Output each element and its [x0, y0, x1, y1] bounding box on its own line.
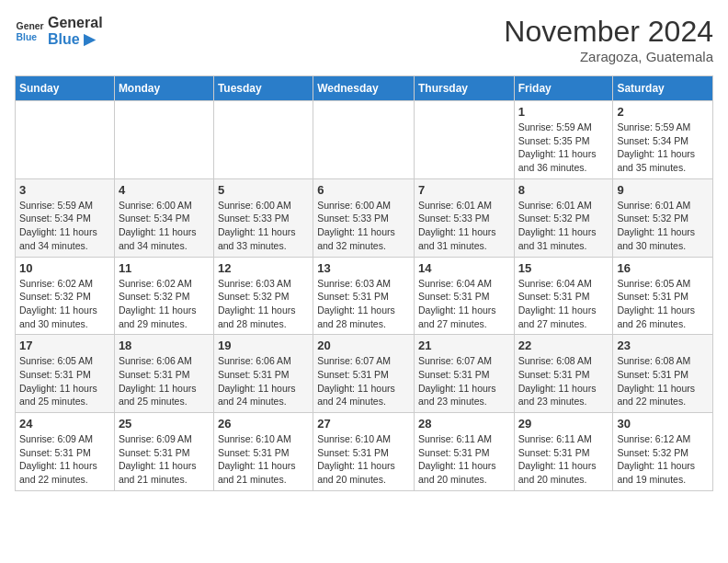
day-number: 17: [19, 339, 110, 352]
day-cell: 26Sunrise: 6:10 AMSunset: 5:31 PMDayligh…: [213, 413, 313, 491]
day-cell: 20Sunrise: 6:07 AMSunset: 5:31 PMDayligh…: [313, 335, 415, 413]
day-info: Sunrise: 5:59 AMSunset: 5:34 PMDaylight:…: [19, 199, 110, 253]
week-row-0: 1Sunrise: 5:59 AMSunset: 5:35 PMDaylight…: [16, 101, 713, 179]
day-number: 21: [418, 339, 510, 352]
day-info: Sunrise: 6:07 AMSunset: 5:31 PMDaylight:…: [317, 354, 410, 408]
day-info: Sunrise: 6:12 AMSunset: 5:32 PMDaylight:…: [617, 432, 709, 487]
day-cell: 1Sunrise: 5:59 AMSunset: 5:35 PMDaylight…: [514, 101, 613, 179]
day-cell: 11Sunrise: 6:02 AMSunset: 5:32 PMDayligh…: [114, 257, 213, 335]
header-saturday: Saturday: [613, 76, 713, 101]
day-number: 9: [617, 183, 709, 197]
day-number: 28: [418, 417, 510, 431]
week-row-1: 3Sunrise: 5:59 AMSunset: 5:34 PMDaylight…: [16, 178, 713, 257]
day-cell: [114, 101, 213, 179]
day-cell: 19Sunrise: 6:06 AMSunset: 5:31 PMDayligh…: [213, 335, 313, 413]
day-number: 11: [119, 261, 210, 275]
day-info: Sunrise: 6:06 AMSunset: 5:31 PMDaylight:…: [119, 354, 210, 408]
day-number: 25: [119, 417, 210, 431]
day-number: 5: [218, 183, 309, 197]
logo-general: General: [48, 15, 103, 31]
logo-blue: Blue ▶: [48, 31, 103, 48]
day-cell: 27Sunrise: 6:10 AMSunset: 5:31 PMDayligh…: [313, 413, 415, 491]
day-cell: 14Sunrise: 6:04 AMSunset: 5:31 PMDayligh…: [414, 257, 514, 335]
day-cell: 24Sunrise: 6:09 AMSunset: 5:31 PMDayligh…: [16, 413, 115, 491]
day-info: Sunrise: 6:04 AMSunset: 5:31 PMDaylight:…: [518, 277, 609, 331]
day-info: Sunrise: 6:01 AMSunset: 5:33 PMDaylight:…: [418, 199, 510, 253]
day-info: Sunrise: 6:05 AMSunset: 5:31 PMDaylight:…: [19, 354, 110, 408]
day-number: 23: [617, 339, 709, 352]
day-number: 6: [317, 183, 410, 197]
day-info: Sunrise: 6:08 AMSunset: 5:31 PMDaylight:…: [617, 354, 709, 408]
day-cell: 3Sunrise: 5:59 AMSunset: 5:34 PMDaylight…: [16, 178, 115, 257]
day-info: Sunrise: 6:02 AMSunset: 5:32 PMDaylight:…: [119, 277, 210, 331]
day-cell: 8Sunrise: 6:01 AMSunset: 5:32 PMDaylight…: [514, 178, 613, 257]
day-number: 20: [317, 339, 410, 352]
day-info: Sunrise: 5:59 AMSunset: 5:35 PMDaylight:…: [518, 121, 609, 175]
day-info: Sunrise: 5:59 AMSunset: 5:34 PMDaylight:…: [617, 121, 709, 175]
svg-text:Blue: Blue: [17, 31, 38, 41]
day-cell: 10Sunrise: 6:02 AMSunset: 5:32 PMDayligh…: [16, 257, 115, 335]
header-tuesday: Tuesday: [213, 76, 313, 101]
day-cell: [16, 101, 115, 179]
day-cell: 21Sunrise: 6:07 AMSunset: 5:31 PMDayligh…: [414, 335, 514, 413]
day-cell: 22Sunrise: 6:08 AMSunset: 5:31 PMDayligh…: [514, 335, 613, 413]
day-number: 27: [317, 417, 410, 431]
day-cell: 30Sunrise: 6:12 AMSunset: 5:32 PMDayligh…: [613, 413, 713, 491]
day-cell: [313, 101, 415, 179]
day-number: 12: [218, 261, 309, 275]
day-info: Sunrise: 6:11 AMSunset: 5:31 PMDaylight:…: [518, 432, 609, 487]
day-cell: [414, 101, 514, 179]
day-cell: 25Sunrise: 6:09 AMSunset: 5:31 PMDayligh…: [114, 413, 213, 491]
title-block: November 2024 Zaragoza, Guatemala: [504, 15, 713, 64]
calendar-header-row: SundayMondayTuesdayWednesdayThursdayFrid…: [16, 76, 713, 101]
day-cell: 6Sunrise: 6:00 AMSunset: 5:33 PMDaylight…: [313, 178, 415, 257]
day-number: 24: [19, 417, 110, 431]
header-thursday: Thursday: [414, 76, 514, 101]
day-info: Sunrise: 6:03 AMSunset: 5:31 PMDaylight:…: [317, 277, 410, 331]
day-number: 29: [518, 417, 609, 431]
day-cell: 29Sunrise: 6:11 AMSunset: 5:31 PMDayligh…: [514, 413, 613, 491]
week-row-4: 24Sunrise: 6:09 AMSunset: 5:31 PMDayligh…: [16, 413, 713, 491]
page-header: General Blue General Blue ▶ November 202…: [15, 15, 713, 64]
day-cell: 2Sunrise: 5:59 AMSunset: 5:34 PMDaylight…: [613, 101, 713, 179]
header-monday: Monday: [114, 76, 213, 101]
day-cell: 28Sunrise: 6:11 AMSunset: 5:31 PMDayligh…: [414, 413, 514, 491]
logo: General Blue General Blue ▶: [15, 15, 103, 47]
day-info: Sunrise: 6:03 AMSunset: 5:32 PMDaylight:…: [218, 277, 309, 331]
day-cell: 13Sunrise: 6:03 AMSunset: 5:31 PMDayligh…: [313, 257, 415, 335]
day-info: Sunrise: 6:02 AMSunset: 5:32 PMDaylight:…: [19, 277, 110, 331]
day-info: Sunrise: 6:09 AMSunset: 5:31 PMDaylight:…: [19, 432, 110, 487]
day-cell: 5Sunrise: 6:00 AMSunset: 5:33 PMDaylight…: [213, 178, 313, 257]
day-number: 8: [518, 183, 609, 197]
svg-text:General: General: [17, 21, 44, 31]
day-cell: 18Sunrise: 6:06 AMSunset: 5:31 PMDayligh…: [114, 335, 213, 413]
day-number: 19: [218, 339, 309, 352]
calendar-table: SundayMondayTuesdayWednesdayThursdayFrid…: [15, 75, 713, 491]
header-wednesday: Wednesday: [313, 76, 415, 101]
location-subtitle: Zaragoza, Guatemala: [504, 49, 713, 64]
week-row-3: 17Sunrise: 6:05 AMSunset: 5:31 PMDayligh…: [16, 335, 713, 413]
day-cell: 17Sunrise: 6:05 AMSunset: 5:31 PMDayligh…: [16, 335, 115, 413]
day-info: Sunrise: 6:00 AMSunset: 5:34 PMDaylight:…: [119, 199, 210, 253]
day-number: 26: [218, 417, 309, 431]
logo-icon: General Blue: [15, 17, 44, 46]
day-number: 4: [119, 183, 210, 197]
day-info: Sunrise: 6:10 AMSunset: 5:31 PMDaylight:…: [218, 432, 309, 487]
day-number: 15: [518, 261, 609, 275]
day-info: Sunrise: 6:01 AMSunset: 5:32 PMDaylight:…: [518, 199, 609, 253]
day-info: Sunrise: 6:07 AMSunset: 5:31 PMDaylight:…: [418, 354, 510, 408]
day-cell: 4Sunrise: 6:00 AMSunset: 5:34 PMDaylight…: [114, 178, 213, 257]
day-number: 22: [518, 339, 609, 352]
day-number: 3: [19, 183, 110, 197]
month-title: November 2024: [504, 15, 713, 49]
day-info: Sunrise: 6:01 AMSunset: 5:32 PMDaylight:…: [617, 199, 709, 253]
day-cell: 12Sunrise: 6:03 AMSunset: 5:32 PMDayligh…: [213, 257, 313, 335]
week-row-2: 10Sunrise: 6:02 AMSunset: 5:32 PMDayligh…: [16, 257, 713, 335]
header-sunday: Sunday: [16, 76, 115, 101]
day-number: 1: [518, 105, 609, 119]
day-cell: [213, 101, 313, 179]
day-info: Sunrise: 6:06 AMSunset: 5:31 PMDaylight:…: [218, 354, 309, 408]
day-info: Sunrise: 6:05 AMSunset: 5:31 PMDaylight:…: [617, 277, 709, 331]
day-info: Sunrise: 6:04 AMSunset: 5:31 PMDaylight:…: [418, 277, 510, 331]
day-info: Sunrise: 6:09 AMSunset: 5:31 PMDaylight:…: [119, 432, 210, 487]
